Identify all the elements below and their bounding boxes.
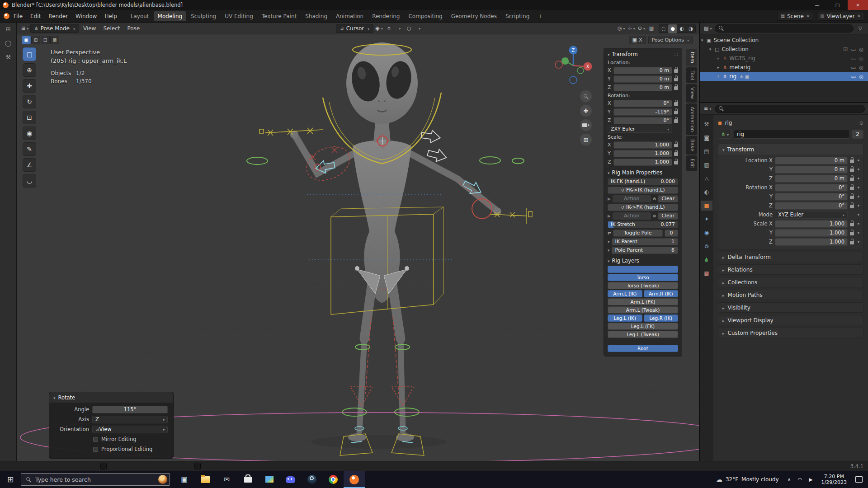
lock-icon[interactable]	[674, 102, 678, 106]
angle-field[interactable]: 115°	[92, 406, 168, 413]
rig-layer-button[interactable]: Leg.L (IK)	[608, 314, 642, 322]
outliner-item-label[interactable]: WGTS_rig	[729, 55, 755, 61]
properties-section-header[interactable]: Visibility	[718, 302, 863, 313]
tab-world[interactable]: ◐	[701, 187, 712, 197]
lock-icon[interactable]	[674, 69, 678, 73]
minimize-button[interactable]: —	[807, 0, 827, 10]
tab-output[interactable]: ▤	[701, 146, 712, 156]
proportional-editing-checkbox[interactable]	[93, 447, 98, 452]
shading-material-button[interactable]: ◐	[677, 24, 686, 33]
viewlayer-selector[interactable]: ▥ ViewLayer ✕	[816, 12, 864, 21]
lock-icon[interactable]	[674, 161, 678, 164]
workspace-tab[interactable]: Shading	[301, 11, 331, 21]
sidebar-tab[interactable]: Edit	[686, 155, 697, 171]
animate-dot-icon[interactable]	[858, 196, 859, 197]
transform-orientation-dropdown[interactable]: ⊿ Cursor	[336, 24, 373, 33]
topbar-menu[interactable]: Edit	[27, 12, 44, 20]
rig-layer-button[interactable]: Torso	[608, 274, 678, 281]
zoom-button[interactable]	[580, 90, 592, 102]
sidebar-tab[interactable]: Tool	[686, 67, 697, 83]
location-value-field[interactable]: 0 m	[613, 67, 672, 74]
ik-to-fk-snap-button[interactable]: ↺ IK->FK (hand.L)	[608, 204, 678, 211]
show-gizmos-dropdown[interactable]: ⊹	[627, 24, 636, 33]
blender-menu-icon[interactable]	[4, 13, 9, 19]
rig-layer-button[interactable]: Leg.L (Tweak)	[608, 331, 678, 338]
workspace-tab[interactable]: Layout	[127, 11, 153, 21]
operator-panel-header[interactable]: Rotate	[49, 392, 173, 403]
select-mode-button[interactable]: ⊞	[31, 36, 40, 44]
ik-parent-dropdown[interactable]: IK Parent1	[612, 238, 678, 245]
tool-scale[interactable]: ⊡	[23, 111, 36, 124]
transform-value-field[interactable]: 0 m	[775, 175, 848, 183]
ortho-toggle-button[interactable]: ⊞	[580, 134, 592, 145]
users-count-button[interactable]: 2	[852, 130, 863, 139]
visibility-toggles[interactable]: ☑ ▭ ◎	[843, 47, 864, 52]
properties-section-header[interactable]: Viewport Display	[718, 315, 863, 325]
workspace-tab[interactable]: Compositing	[404, 11, 446, 21]
snap-magnet-toggle[interactable]: ∩	[385, 24, 394, 33]
ik-stretch-slider[interactable]: IK Stretch 0.077	[608, 221, 678, 228]
lock-icon[interactable]	[674, 111, 678, 114]
mail[interactable]: ✉	[216, 471, 237, 488]
outliner-row[interactable]: ▸ ⋔ WGTS_rig ▭ ◎	[700, 54, 868, 63]
browse-data-dropdown[interactable]: ⋔	[718, 130, 732, 139]
workspace-tab[interactable]: Rendering	[368, 11, 404, 21]
animate-dot-icon[interactable]	[858, 205, 859, 206]
transform-value-field[interactable]: 0°	[775, 202, 848, 210]
fk-to-ik-snap-button[interactable]: ↺ FK->IK (hand.L)	[608, 187, 678, 194]
pole-parent-dropdown[interactable]: Pole Parent6	[612, 247, 678, 254]
transform-value-field[interactable]: 0 m	[775, 166, 848, 174]
expand-icon[interactable]: ▾	[700, 38, 704, 42]
action-center-icon[interactable]	[852, 471, 868, 488]
rig-main-section-header[interactable]: Rig Main Properties	[605, 168, 680, 177]
transform-value-field[interactable]: 1.000	[775, 220, 848, 228]
shading-solid-button[interactable]: ●	[668, 24, 677, 33]
rotation-value-field[interactable]: 0°	[613, 100, 672, 107]
visibility-toggles[interactable]: ▭ ◎	[851, 74, 865, 80]
viewport-menu[interactable]: Select	[100, 25, 123, 32]
tray-icon[interactable]: ◠	[795, 477, 806, 483]
add-workspace-button[interactable]: +	[534, 11, 547, 21]
restore-button[interactable]: □	[827, 0, 848, 10]
location-value-field[interactable]: 0 m	[613, 75, 672, 83]
chrome[interactable]	[322, 471, 344, 488]
proportional-dropdown[interactable]	[415, 24, 424, 33]
news-widget-icon[interactable]	[158, 475, 167, 484]
clear-action-button[interactable]: Clear	[658, 195, 678, 202]
lock-icon[interactable]	[850, 232, 854, 235]
task-view[interactable]: ▣	[174, 471, 195, 488]
photos[interactable]	[259, 471, 280, 488]
tray-icon[interactable]: ▶	[806, 477, 816, 483]
rig-layer-button[interactable]	[608, 266, 678, 273]
orientation-dropdown[interactable]: ⊿ View	[92, 426, 168, 433]
workspace-tab[interactable]: Modeling	[154, 11, 187, 21]
outliner-row[interactable]: ▾ ⋔ rig ⋔ ▦ ▭ ◎	[700, 72, 868, 81]
rig-layer-button[interactable]: Arm.L (Tweak)	[608, 306, 678, 314]
pivot-point-dropdown[interactable]: ◉	[374, 24, 384, 33]
tab-tool[interactable]: ⚒	[701, 119, 712, 129]
mirror-x-toggle[interactable]: ▣ X	[629, 36, 646, 44]
file-explorer[interactable]	[195, 471, 216, 488]
tool-move[interactable]: ✚	[23, 79, 36, 93]
properties-section-header[interactable]: Delta Transform	[718, 252, 863, 262]
animate-dot-icon[interactable]	[858, 223, 859, 225]
rotation-value-field[interactable]: -119°	[613, 108, 672, 116]
workspace-tab[interactable]: Geometry Nodes	[447, 11, 501, 21]
mode-dropdown[interactable]: ⋔ Pose Mode	[30, 24, 79, 33]
topbar-menu[interactable]: File	[10, 12, 26, 20]
proportional-editing-toggle[interactable]: ○	[405, 24, 414, 33]
lock-icon[interactable]	[850, 178, 854, 181]
tool-transform[interactable]: ◉	[23, 127, 36, 140]
pose-options-dropdown[interactable]: Pose Options	[648, 36, 693, 44]
viewport-menu[interactable]: View	[80, 25, 99, 32]
outliner-filter-button[interactable]: ▽	[856, 24, 865, 33]
lock-icon[interactable]	[850, 187, 854, 190]
select-mode-button[interactable]: ⊟	[41, 36, 50, 44]
camera-view-button[interactable]	[580, 119, 592, 131]
toggle-pole-value-field[interactable]: 0	[665, 230, 678, 237]
action-field[interactable]: Action	[613, 195, 651, 202]
pan-button[interactable]: ✚	[580, 105, 592, 117]
tab-constraints[interactable]: ⊚	[701, 241, 712, 251]
select-mode-button[interactable]: ▣	[22, 36, 31, 44]
scale-value-field[interactable]: 1.000	[613, 141, 672, 149]
